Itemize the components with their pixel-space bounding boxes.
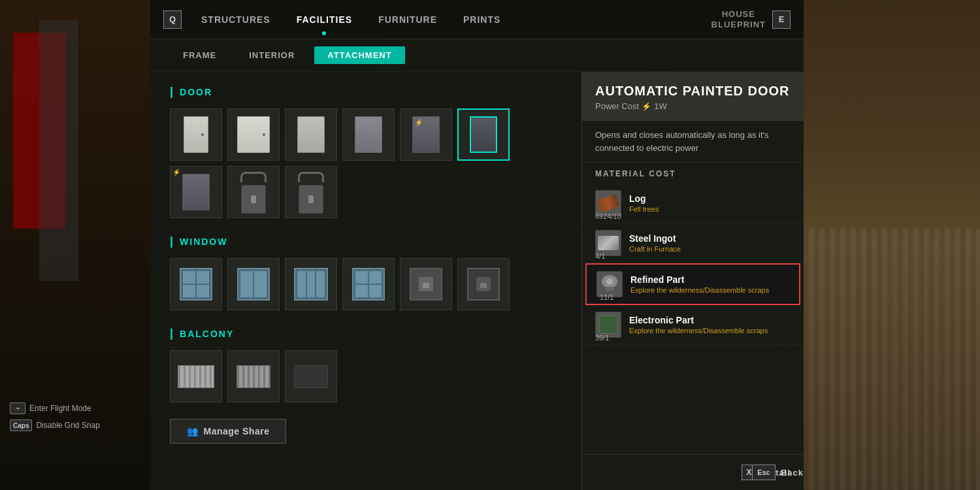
material-cost-label: MATERIAL COST xyxy=(582,163,804,184)
lightning-indicator2: ⚡ xyxy=(172,169,180,176)
list-item[interactable] xyxy=(170,350,222,402)
hint-flight-mode: ~ Enter Flight Mode xyxy=(10,402,140,414)
ingot-source: Craft in Furnace xyxy=(629,245,791,253)
item-panel: DOOR ⚡ xyxy=(150,72,581,490)
tab-attachment[interactable]: ATTACHMENT xyxy=(314,46,404,64)
manage-share-container: 👥 Manage Share xyxy=(170,419,562,444)
sub-nav: FRAME INTERIOR ATTACHMENT xyxy=(150,39,804,72)
ingot-icon xyxy=(598,236,619,250)
list-item[interactable] xyxy=(342,258,395,310)
detail-header: AUTOMATIC PAINTED DOOR Power Cost ⚡ 1W xyxy=(582,72,804,121)
svg-point-2 xyxy=(606,278,613,285)
list-item[interactable]: ⚡ xyxy=(170,166,222,218)
log-name: Log xyxy=(629,193,791,204)
list-item[interactable] xyxy=(285,108,337,161)
lock-body2 xyxy=(480,283,487,288)
window-4pane-icon xyxy=(180,268,212,301)
electronic-info: Electronic Part Explore the wilderness/D… xyxy=(629,315,791,335)
content-area: DOOR ⚡ xyxy=(150,72,804,490)
q-key[interactable]: Q xyxy=(163,10,182,29)
window-4pane-alt-icon xyxy=(352,268,385,301)
door-metal-dark-icon xyxy=(355,116,382,153)
tab-interior[interactable]: INTERIOR xyxy=(236,46,308,64)
lightning-symbol: ⚡ xyxy=(642,102,651,111)
list-item[interactable] xyxy=(457,258,510,310)
list-item[interactable] xyxy=(227,350,280,402)
balcony-railing-icon xyxy=(178,365,214,388)
list-item[interactable] xyxy=(227,108,280,161)
list-item[interactable] xyxy=(227,258,280,310)
tab-frame[interactable]: FRAME xyxy=(170,46,229,64)
material-electronic-part: Electronic Part Explore the wilderness/D… xyxy=(582,305,804,345)
list-item[interactable] xyxy=(285,166,337,218)
balcony-section-label: BALCONY xyxy=(170,327,562,340)
log-icon xyxy=(596,193,619,212)
log-info: Log Fell trees xyxy=(629,193,791,213)
window-6pane-icon xyxy=(294,268,328,301)
refined-source: Explore the wilderness/Disassemble scrap… xyxy=(630,286,789,294)
door-section-label: DOOR xyxy=(170,85,562,99)
lock-arch-icon xyxy=(240,172,267,182)
window-cross-icon xyxy=(237,268,270,301)
lock-body-icon xyxy=(241,185,266,214)
list-item[interactable] xyxy=(170,108,222,161)
material-log: Log Fell trees 6924/10 xyxy=(582,184,804,223)
electronic-count: 39/1 xyxy=(595,334,609,342)
tab-structures[interactable]: STRUCTURES xyxy=(188,9,284,30)
manage-share-button[interactable]: 👥 Manage Share xyxy=(170,419,286,444)
power-cost-label: Power Cost xyxy=(595,101,639,111)
power-value: 1W xyxy=(654,101,667,111)
e-key[interactable]: E xyxy=(772,10,791,29)
hint-grid-snap: Caps Disable Grid Snap xyxy=(10,419,140,431)
balcony-dark-icon xyxy=(294,365,328,388)
window-locked-icon2 xyxy=(467,268,500,301)
top-nav: Q STRUCTURES FACILITIES FURNITURE PRINTS… xyxy=(150,0,804,39)
detail-panel: AUTOMATIC PAINTED DOOR Power Cost ⚡ 1W O… xyxy=(581,72,804,490)
balcony-railing-alt-icon xyxy=(237,365,270,388)
door-white-single-icon xyxy=(184,116,208,153)
item-description: Opens and closes automatically as long a… xyxy=(582,121,804,163)
door-metal-single-icon xyxy=(297,116,325,153)
power-cost: Power Cost ⚡ 1W xyxy=(595,101,791,111)
left-hints: ~ Enter Flight Mode Caps Disable Grid Sn… xyxy=(0,396,150,438)
list-item[interactable] xyxy=(400,258,452,310)
balcony-grid xyxy=(170,350,562,402)
lock-icon2 xyxy=(476,277,491,291)
refined-count: 11/1 xyxy=(600,293,613,301)
door-white-double-icon xyxy=(237,116,270,153)
lock-keyhole-icon2 xyxy=(308,195,314,203)
tab-prints[interactable]: PRINTS xyxy=(450,9,514,30)
tilde-key: ~ xyxy=(10,402,25,414)
window-section-label: WINDOW xyxy=(170,235,562,248)
manage-share-label: Manage Share xyxy=(204,426,270,436)
tab-facilities[interactable]: FACILITIES xyxy=(284,9,365,30)
scene-right xyxy=(804,0,980,490)
electronic-name: Electronic Part xyxy=(629,315,791,325)
list-item[interactable] xyxy=(457,108,510,161)
house-blueprint-label: HOUSE BLUEPRINT xyxy=(711,9,766,29)
list-item[interactable] xyxy=(285,258,337,310)
refined-info: Refined Part Explore the wilderness/Disa… xyxy=(630,274,789,294)
list-item[interactable] xyxy=(285,350,337,402)
list-item[interactable] xyxy=(227,166,280,218)
list-item[interactable]: ⚡ xyxy=(400,108,452,161)
lock-body xyxy=(423,283,429,288)
tab-furniture[interactable]: FURNITURE xyxy=(365,9,450,30)
esc-key[interactable]: Esc xyxy=(752,465,776,480)
grid-snap-label: Disable Grid Snap xyxy=(36,421,99,430)
ingot-name: Steel Ingot xyxy=(629,233,791,244)
ingot-count: 4/1 xyxy=(595,252,605,260)
back-label: Back xyxy=(781,468,804,478)
door-grey-icon: ⚡ xyxy=(182,174,210,210)
material-refined-part: Refined Part Explore the wilderness/Disa… xyxy=(585,263,800,305)
main-panel: Q STRUCTURES FACILITIES FURNITURE PRINTS… xyxy=(150,0,804,490)
lock-keyhole-icon xyxy=(251,195,256,203)
door-black-single-icon: ⚡ xyxy=(412,116,440,153)
list-item[interactable] xyxy=(342,108,395,161)
lock-arch-icon2 xyxy=(298,172,324,182)
material-steel-ingot: Steel Ingot Craft in Furnace 4/1 xyxy=(582,223,804,263)
lock-body-icon2 xyxy=(299,185,323,214)
back-control: Esc Back xyxy=(752,465,804,480)
list-item[interactable] xyxy=(170,258,222,310)
log-count: 6924/10 xyxy=(595,212,621,220)
